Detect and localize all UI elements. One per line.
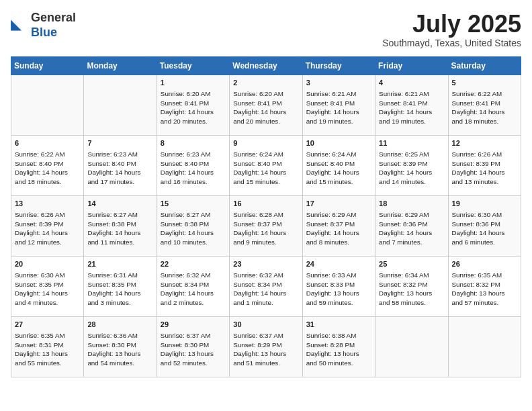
calendar-header-row: SundayMondayTuesdayWednesdayThursdayFrid… xyxy=(11,56,521,75)
logo: ◣ General Blue xyxy=(11,11,76,40)
day-number: 2 xyxy=(233,78,298,88)
column-header-saturday: Saturday xyxy=(448,56,521,75)
day-info: Sunrise: 6:26 AM Sunset: 8:39 PM Dayligh… xyxy=(452,150,517,187)
day-info: Sunrise: 6:24 AM Sunset: 8:40 PM Dayligh… xyxy=(306,150,371,187)
day-info: Sunrise: 6:30 AM Sunset: 8:35 PM Dayligh… xyxy=(15,271,80,308)
column-header-friday: Friday xyxy=(375,56,448,75)
day-info: Sunrise: 6:30 AM Sunset: 8:36 PM Dayligh… xyxy=(452,210,517,247)
day-number: 15 xyxy=(161,199,226,209)
calendar-cell: 6Sunrise: 6:22 AM Sunset: 8:40 PM Daylig… xyxy=(11,135,84,195)
calendar-cell xyxy=(448,316,521,377)
day-number: 23 xyxy=(233,259,298,269)
page-header: ◣ General Blue July 2025 Southmayd, Texa… xyxy=(11,11,521,48)
day-number: 24 xyxy=(306,259,371,269)
calendar-cell xyxy=(375,316,448,377)
calendar-cell: 1Sunrise: 6:20 AM Sunset: 8:41 PM Daylig… xyxy=(157,75,229,135)
calendar-cell xyxy=(11,75,84,135)
day-number: 31 xyxy=(306,320,371,330)
day-info: Sunrise: 6:34 AM Sunset: 8:32 PM Dayligh… xyxy=(379,271,444,308)
day-info: Sunrise: 6:27 AM Sunset: 8:38 PM Dayligh… xyxy=(87,210,152,247)
day-number: 18 xyxy=(379,199,444,209)
location: Southmayd, Texas, United States xyxy=(382,38,521,48)
day-number: 5 xyxy=(452,78,517,88)
calendar-week-row: 6Sunrise: 6:22 AM Sunset: 8:40 PM Daylig… xyxy=(11,135,521,195)
calendar-cell: 14Sunrise: 6:27 AM Sunset: 8:38 PM Dayli… xyxy=(84,195,157,256)
day-info: Sunrise: 6:32 AM Sunset: 8:34 PM Dayligh… xyxy=(233,271,298,308)
day-number: 8 xyxy=(161,138,226,148)
calendar-cell: 15Sunrise: 6:27 AM Sunset: 8:38 PM Dayli… xyxy=(157,195,229,256)
day-number: 26 xyxy=(452,259,517,269)
day-number: 7 xyxy=(87,138,152,148)
day-info: Sunrise: 6:24 AM Sunset: 8:40 PM Dayligh… xyxy=(233,150,298,187)
day-number: 19 xyxy=(452,199,517,209)
calendar-cell: 24Sunrise: 6:33 AM Sunset: 8:33 PM Dayli… xyxy=(302,256,375,316)
column-header-tuesday: Tuesday xyxy=(157,56,229,75)
day-info: Sunrise: 6:22 AM Sunset: 8:40 PM Dayligh… xyxy=(15,150,80,187)
calendar-cell: 26Sunrise: 6:35 AM Sunset: 8:32 PM Dayli… xyxy=(448,256,521,316)
calendar-cell: 17Sunrise: 6:29 AM Sunset: 8:37 PM Dayli… xyxy=(302,195,375,256)
calendar-cell: 7Sunrise: 6:23 AM Sunset: 8:40 PM Daylig… xyxy=(84,135,157,195)
day-info: Sunrise: 6:21 AM Sunset: 8:41 PM Dayligh… xyxy=(306,89,371,126)
day-info: Sunrise: 6:26 AM Sunset: 8:39 PM Dayligh… xyxy=(15,210,80,247)
day-number: 6 xyxy=(15,138,80,148)
calendar-cell: 23Sunrise: 6:32 AM Sunset: 8:34 PM Dayli… xyxy=(230,256,302,316)
day-info: Sunrise: 6:25 AM Sunset: 8:39 PM Dayligh… xyxy=(379,150,444,187)
calendar-cell: 29Sunrise: 6:37 AM Sunset: 8:30 PM Dayli… xyxy=(157,316,229,377)
calendar-cell: 12Sunrise: 6:26 AM Sunset: 8:39 PM Dayli… xyxy=(448,135,521,195)
day-info: Sunrise: 6:36 AM Sunset: 8:30 PM Dayligh… xyxy=(87,331,152,368)
calendar-week-row: 20Sunrise: 6:30 AM Sunset: 8:35 PM Dayli… xyxy=(11,256,521,316)
day-info: Sunrise: 6:29 AM Sunset: 8:36 PM Dayligh… xyxy=(379,210,444,247)
day-number: 21 xyxy=(87,259,152,269)
calendar-cell: 31Sunrise: 6:38 AM Sunset: 8:28 PM Dayli… xyxy=(302,316,375,377)
day-number: 20 xyxy=(15,259,80,269)
column-header-thursday: Thursday xyxy=(302,56,375,75)
day-number: 16 xyxy=(233,199,298,209)
day-number: 30 xyxy=(233,320,298,330)
day-number: 14 xyxy=(87,199,152,209)
calendar-cell: 18Sunrise: 6:29 AM Sunset: 8:36 PM Dayli… xyxy=(375,195,448,256)
calendar-week-row: 27Sunrise: 6:35 AM Sunset: 8:31 PM Dayli… xyxy=(11,316,521,377)
day-info: Sunrise: 6:23 AM Sunset: 8:40 PM Dayligh… xyxy=(87,150,152,187)
day-number: 22 xyxy=(161,259,226,269)
day-number: 13 xyxy=(15,199,80,209)
calendar-cell: 8Sunrise: 6:23 AM Sunset: 8:40 PM Daylig… xyxy=(157,135,229,195)
calendar-cell: 20Sunrise: 6:30 AM Sunset: 8:35 PM Dayli… xyxy=(11,256,84,316)
calendar-cell: 22Sunrise: 6:32 AM Sunset: 8:34 PM Dayli… xyxy=(157,256,229,316)
day-info: Sunrise: 6:31 AM Sunset: 8:35 PM Dayligh… xyxy=(87,271,152,308)
calendar-cell: 4Sunrise: 6:21 AM Sunset: 8:41 PM Daylig… xyxy=(375,75,448,135)
day-info: Sunrise: 6:23 AM Sunset: 8:40 PM Dayligh… xyxy=(161,150,226,187)
day-number: 12 xyxy=(452,138,517,148)
day-info: Sunrise: 6:32 AM Sunset: 8:34 PM Dayligh… xyxy=(161,271,226,308)
day-info: Sunrise: 6:28 AM Sunset: 8:37 PM Dayligh… xyxy=(233,210,298,247)
day-number: 29 xyxy=(161,320,226,330)
calendar-cell: 10Sunrise: 6:24 AM Sunset: 8:40 PM Dayli… xyxy=(302,135,375,195)
day-info: Sunrise: 6:37 AM Sunset: 8:30 PM Dayligh… xyxy=(161,331,226,368)
calendar-cell: 30Sunrise: 6:37 AM Sunset: 8:29 PM Dayli… xyxy=(230,316,302,377)
calendar-cell: 9Sunrise: 6:24 AM Sunset: 8:40 PM Daylig… xyxy=(230,135,302,195)
svg-text:◣: ◣ xyxy=(11,16,22,32)
day-info: Sunrise: 6:35 AM Sunset: 8:32 PM Dayligh… xyxy=(452,271,517,308)
calendar-cell: 21Sunrise: 6:31 AM Sunset: 8:35 PM Dayli… xyxy=(84,256,157,316)
day-info: Sunrise: 6:27 AM Sunset: 8:38 PM Dayligh… xyxy=(161,210,226,247)
title-block: July 2025 Southmayd, Texas, United State… xyxy=(382,11,521,48)
calendar-week-row: 13Sunrise: 6:26 AM Sunset: 8:39 PM Dayli… xyxy=(11,195,521,256)
day-info: Sunrise: 6:22 AM Sunset: 8:41 PM Dayligh… xyxy=(452,89,517,126)
calendar-cell: 25Sunrise: 6:34 AM Sunset: 8:32 PM Dayli… xyxy=(375,256,448,316)
day-number: 9 xyxy=(233,138,298,148)
calendar-cell: 3Sunrise: 6:21 AM Sunset: 8:41 PM Daylig… xyxy=(302,75,375,135)
column-header-wednesday: Wednesday xyxy=(230,56,302,75)
calendar-cell: 27Sunrise: 6:35 AM Sunset: 8:31 PM Dayli… xyxy=(11,316,84,377)
calendar-cell: 11Sunrise: 6:25 AM Sunset: 8:39 PM Dayli… xyxy=(375,135,448,195)
calendar-cell: 28Sunrise: 6:36 AM Sunset: 8:30 PM Dayli… xyxy=(84,316,157,377)
day-number: 1 xyxy=(161,78,226,88)
day-number: 27 xyxy=(15,320,80,330)
calendar-cell: 2Sunrise: 6:20 AM Sunset: 8:41 PM Daylig… xyxy=(230,75,302,135)
column-header-sunday: Sunday xyxy=(11,56,84,75)
day-info: Sunrise: 6:33 AM Sunset: 8:33 PM Dayligh… xyxy=(306,271,371,308)
calendar-cell: 13Sunrise: 6:26 AM Sunset: 8:39 PM Dayli… xyxy=(11,195,84,256)
calendar-cell: 5Sunrise: 6:22 AM Sunset: 8:41 PM Daylig… xyxy=(448,75,521,135)
calendar-week-row: 1Sunrise: 6:20 AM Sunset: 8:41 PM Daylig… xyxy=(11,75,521,135)
day-number: 4 xyxy=(379,78,444,88)
logo-blue: Blue xyxy=(31,26,76,40)
day-info: Sunrise: 6:29 AM Sunset: 8:37 PM Dayligh… xyxy=(306,210,371,247)
